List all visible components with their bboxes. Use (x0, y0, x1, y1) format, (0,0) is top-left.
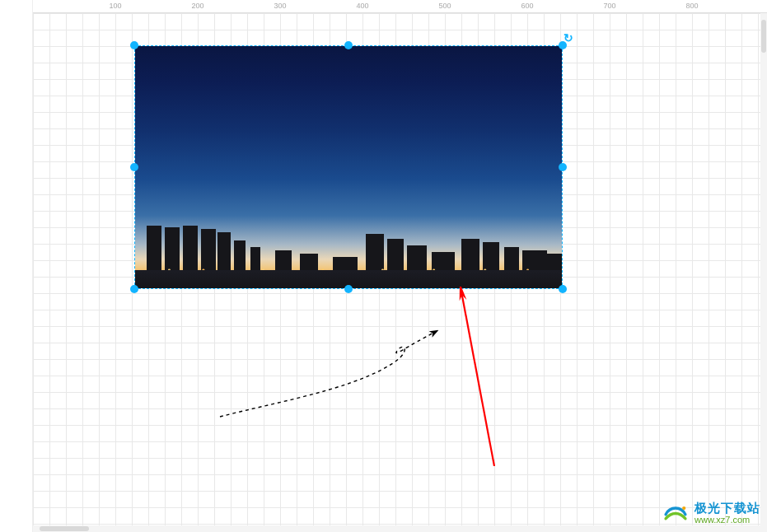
image-content (135, 46, 562, 288)
resize-handle-top-right[interactable] (559, 41, 567, 49)
watermark-title: 极光下载站 (695, 502, 760, 516)
ruler-tick: 600 (521, 2, 533, 10)
watermark-logo-icon (662, 499, 690, 527)
scrollbar-vertical[interactable] (760, 13, 767, 532)
ruler-tick: 700 (603, 2, 615, 10)
resize-handle-top-middle[interactable] (344, 41, 353, 49)
resize-handle-bottom-right[interactable] (559, 285, 567, 293)
ruler-tick: 100 (109, 2, 121, 10)
svg-point-1 (682, 506, 685, 510)
ruler-tick: 800 (685, 2, 698, 10)
ruler-tick: 300 (274, 2, 286, 10)
scrollbar-horizontal[interactable] (33, 525, 760, 532)
resize-handle-top-left[interactable] (130, 41, 138, 49)
watermark-url: www.xz7.com (695, 515, 760, 525)
ruler-vertical (0, 0, 33, 532)
resize-handle-bottom-left[interactable] (130, 285, 138, 293)
ruler-tick: 200 (191, 2, 203, 10)
scrollbar-thumb[interactable] (761, 20, 766, 53)
ruler-tick: 500 (438, 2, 451, 10)
ruler-horizontal: 100 200 300 400 500 600 700 800 900 (33, 0, 767, 13)
resize-handle-middle-right[interactable] (559, 163, 567, 171)
selected-image-object[interactable]: ↻ (134, 45, 563, 289)
ruler-tick: 400 (356, 2, 368, 10)
resize-handle-bottom-middle[interactable] (344, 285, 353, 293)
design-canvas-editor[interactable]: 100 200 300 400 500 600 700 800 900 ↻ (0, 0, 767, 532)
watermark: 极光下载站 www.xz7.com (662, 499, 760, 527)
scrollbar-thumb[interactable] (40, 526, 89, 531)
resize-handle-middle-left[interactable] (130, 163, 138, 171)
